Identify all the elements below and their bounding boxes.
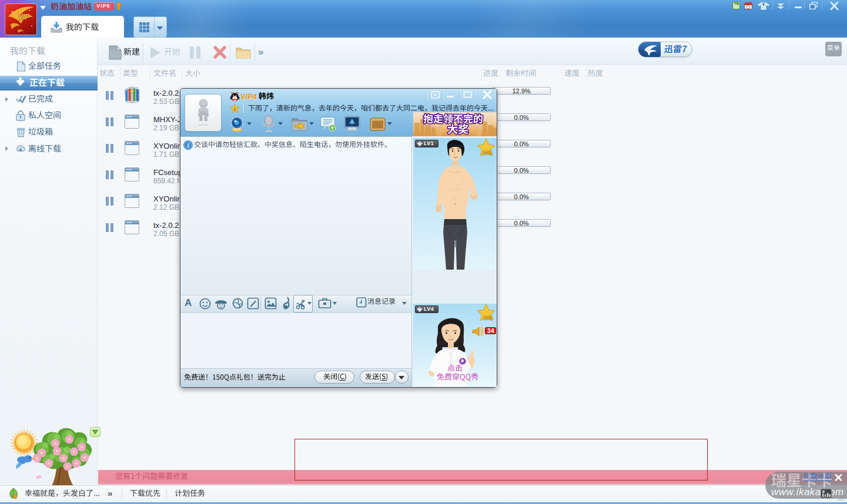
svg-text:STRONG: STRONG bbox=[198, 123, 209, 126]
svg-text:z: z bbox=[234, 107, 236, 111]
